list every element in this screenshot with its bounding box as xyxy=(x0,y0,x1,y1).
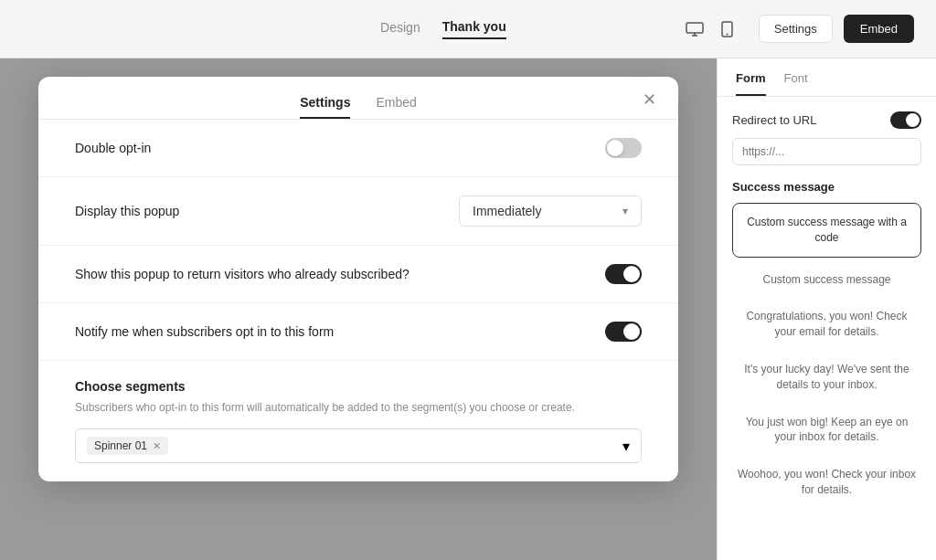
show-return-visitors-label: Show this popup to return visitors who a… xyxy=(75,267,410,281)
modal-tabs: Settings Embed xyxy=(300,95,417,119)
modal-tab-settings[interactable]: Settings xyxy=(300,95,350,119)
right-sidebar: Form Font Redirect to URL Success messag… xyxy=(717,58,936,560)
chevron-down-icon: ▾ xyxy=(622,205,628,217)
sidebar-tabs: Form Font xyxy=(718,58,936,97)
segment-tag: Spinner 01 ✕ xyxy=(87,437,168,455)
desktop-icon[interactable] xyxy=(682,16,707,42)
tab-thankyou[interactable]: Thank you xyxy=(442,19,506,39)
display-popup-select[interactable]: Immediately ▾ xyxy=(459,195,642,227)
notify-subscribers-toggle-knob xyxy=(623,323,640,340)
redirect-label: Redirect to URL xyxy=(732,113,816,127)
segments-description: Subscribers who opt-in to this form will… xyxy=(75,399,642,416)
display-popup-value: Immediately xyxy=(473,204,541,218)
segments-input[interactable]: Spinner 01 ✕ ▾ xyxy=(75,428,642,463)
sidebar-tab-form[interactable]: Form xyxy=(736,71,766,96)
device-icons xyxy=(682,16,740,42)
double-optin-label: Double opt-in xyxy=(75,141,151,155)
settings-button[interactable]: Settings xyxy=(759,15,833,43)
sidebar-tab-font[interactable]: Font xyxy=(784,71,808,96)
show-return-visitors-row: Show this popup to return visitors who a… xyxy=(38,246,678,303)
display-popup-label: Display this popup xyxy=(75,204,179,218)
tab-design[interactable]: Design xyxy=(380,20,420,38)
mobile-icon[interactable] xyxy=(715,16,740,42)
redirect-toggle-knob xyxy=(906,113,920,127)
modal-tab-embed[interactable]: Embed xyxy=(376,95,416,119)
segment-tag-remove[interactable]: ✕ xyxy=(153,440,161,452)
svg-rect-0 xyxy=(686,23,703,33)
double-optin-toggle[interactable] xyxy=(605,138,642,158)
canvas-area: Settings Embed ✕ Double opt-in Display t… xyxy=(0,58,717,560)
modal-close-button[interactable]: ✕ xyxy=(643,91,656,108)
double-optin-row: Double opt-in xyxy=(38,120,678,177)
notify-subscribers-row: Notify me when subscribers opt in to thi… xyxy=(38,303,678,361)
success-option-custom-code[interactable]: Custom success message with a code xyxy=(732,203,921,258)
success-option-big-win[interactable]: You just won big! Keep an eye on your in… xyxy=(732,407,921,453)
settings-modal: Settings Embed ✕ Double opt-in Display t… xyxy=(38,77,678,481)
svg-point-4 xyxy=(727,33,729,35)
notify-subscribers-toggle[interactable] xyxy=(605,322,642,342)
redirect-url-input[interactable] xyxy=(732,138,921,165)
top-nav: Design Thank you xyxy=(380,19,506,39)
success-message-title: Success message xyxy=(732,180,921,194)
segment-tag-label: Spinner 01 xyxy=(94,439,147,452)
top-bar: Design Thank you Settings Embed xyxy=(0,0,936,58)
show-return-visitors-toggle[interactable] xyxy=(605,264,642,284)
segments-section: Choose segments Subscribers who opt-in t… xyxy=(38,361,678,481)
main-content: Settings Embed ✕ Double opt-in Display t… xyxy=(0,58,936,560)
success-option-woohoo[interactable]: Woohoo, you won! Check your inbox for de… xyxy=(732,460,921,505)
success-option-lucky[interactable]: It's your lucky day! We've sent the deta… xyxy=(732,354,921,400)
segments-chevron-icon: ▾ xyxy=(622,438,630,455)
redirect-row: Redirect to URL xyxy=(732,111,921,129)
segments-label: Choose segments xyxy=(75,379,642,394)
embed-button[interactable]: Embed xyxy=(844,15,914,43)
double-optin-toggle-knob xyxy=(607,140,623,156)
success-option-custom[interactable]: Custom success message xyxy=(732,265,921,295)
modal-header: Settings Embed ✕ xyxy=(38,77,678,119)
modal-body: Double opt-in Display this popup Immedia… xyxy=(38,120,678,481)
sidebar-body: Redirect to URL Success message Custom s… xyxy=(718,97,936,560)
notify-subscribers-label: Notify me when subscribers opt in to thi… xyxy=(75,324,334,339)
redirect-toggle[interactable] xyxy=(890,111,921,129)
top-bar-right: Settings Embed xyxy=(682,15,914,43)
show-return-visitors-toggle-knob xyxy=(623,266,640,282)
success-option-congrats[interactable]: Congratulations, you won! Check your ema… xyxy=(732,301,921,347)
display-popup-row: Display this popup Immediately ▾ xyxy=(38,177,678,246)
